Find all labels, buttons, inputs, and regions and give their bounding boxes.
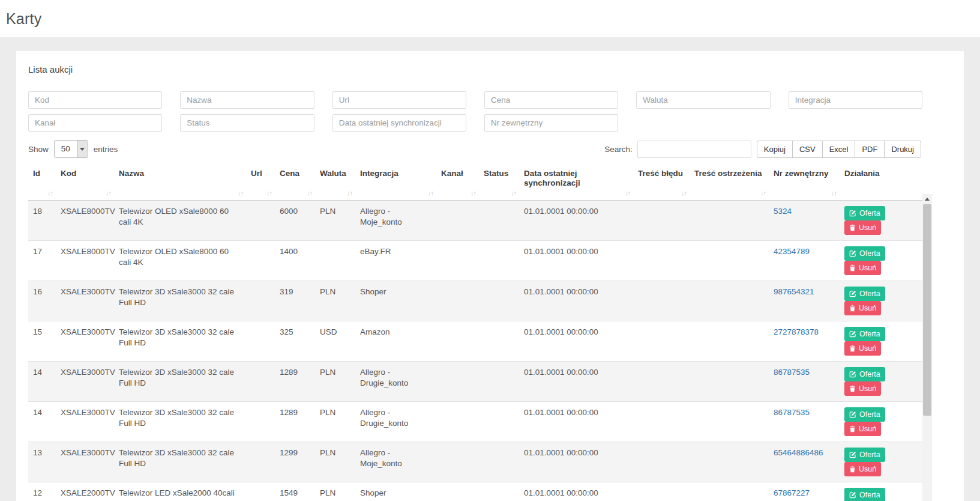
cell-tresc_ostrzezenia bbox=[690, 362, 769, 402]
column-header-waluta[interactable]: Waluta↓↑ bbox=[315, 163, 355, 201]
edit-icon bbox=[849, 411, 856, 418]
column-header-status[interactable]: Status↓↑ bbox=[479, 163, 519, 201]
external-number-link[interactable]: 86787535 bbox=[774, 408, 810, 417]
cell-nazwa: Telewizor 3D xSale3000 32 cale Full HD bbox=[114, 362, 246, 402]
export-button-csv[interactable]: CSV bbox=[792, 141, 823, 158]
cell-kod: XSALE8000TV bbox=[56, 241, 114, 281]
trash-icon bbox=[849, 385, 856, 392]
filter-input-status[interactable] bbox=[180, 114, 314, 132]
cell-url bbox=[246, 201, 275, 241]
cell-nr_zewnetrzny: 42354789 bbox=[769, 241, 840, 281]
external-number-link[interactable]: 2727878378 bbox=[774, 327, 819, 336]
filter-input-cena[interactable] bbox=[484, 91, 618, 109]
column-header-nr_zewnetrzny[interactable]: Nr zewnętrzny↓↑ bbox=[769, 163, 840, 201]
cell-nr_zewnetrzny: 5324 bbox=[769, 201, 840, 241]
cell-tresc_ostrzezenia bbox=[690, 402, 769, 442]
cell-id: 18 bbox=[28, 201, 56, 241]
filter-input-url[interactable] bbox=[332, 91, 466, 109]
column-header-url[interactable]: Url↓↑ bbox=[246, 163, 275, 201]
external-number-link[interactable]: 67867227 bbox=[774, 488, 810, 497]
chevron-down-icon bbox=[77, 141, 88, 157]
column-header-kanal[interactable]: Kanał↓↑ bbox=[436, 163, 479, 201]
edit-icon bbox=[849, 451, 856, 458]
cell-dzialania: OfertaUsuń bbox=[840, 442, 928, 482]
cell-tresc_ostrzezenia bbox=[690, 482, 769, 501]
cell-nazwa: Telewizor 3D xSale3000 32 cale Full HD bbox=[114, 281, 246, 321]
delete-button[interactable]: Usuń bbox=[844, 301, 881, 315]
delete-button[interactable]: Usuń bbox=[844, 220, 881, 235]
column-label: Nr zewnętrzny bbox=[774, 169, 829, 178]
external-number-link[interactable]: 65464886486 bbox=[774, 448, 823, 457]
cell-tresc_ostrzezenia bbox=[690, 442, 769, 482]
sort-icon: ↓↑ bbox=[307, 188, 312, 198]
filter-input-nazwa[interactable] bbox=[180, 91, 314, 109]
offer-button[interactable]: Oferta bbox=[844, 287, 885, 301]
column-label: Id bbox=[33, 169, 40, 178]
column-label: Status bbox=[484, 169, 508, 178]
delete-button-label: Usuń bbox=[859, 264, 876, 272]
column-header-id[interactable]: Id↓↑ bbox=[28, 163, 56, 201]
offer-button[interactable]: Oferta bbox=[844, 206, 885, 220]
filter-input-nr-zewnętrzny[interactable] bbox=[484, 114, 618, 132]
delete-button[interactable]: Usuń bbox=[844, 261, 881, 275]
column-header-data_sync[interactable]: Data ostatniej synchronizacji↓↑ bbox=[519, 163, 633, 201]
column-header-kod[interactable]: Kod↓↑ bbox=[56, 163, 114, 201]
search-input[interactable] bbox=[637, 141, 751, 158]
delete-button[interactable]: Usuń bbox=[844, 462, 881, 476]
delete-button-label: Usuń bbox=[859, 425, 876, 433]
offer-button[interactable]: Oferta bbox=[844, 367, 885, 381]
delete-button[interactable]: Usuń bbox=[844, 381, 881, 396]
offer-button[interactable]: Oferta bbox=[844, 246, 885, 261]
filter-input-waluta[interactable] bbox=[636, 91, 770, 109]
export-button-kopiuj[interactable]: Kopiuj bbox=[757, 141, 793, 158]
table-scrollbar[interactable] bbox=[922, 194, 932, 501]
column-label: Kanał bbox=[441, 169, 463, 178]
auction-panel: Lista aukcji Show 50 entries Search: Kop… bbox=[16, 51, 964, 501]
search-label: Search: bbox=[604, 145, 633, 154]
column-header-nazwa[interactable]: Nazwa↓↑ bbox=[114, 163, 246, 201]
edit-icon bbox=[849, 250, 856, 257]
external-number-link[interactable]: 86787535 bbox=[774, 368, 810, 377]
column-header-integracja[interactable]: Integracja↓↑ bbox=[355, 163, 436, 201]
offer-button-label: Oferta bbox=[859, 410, 880, 419]
delete-button[interactable]: Usuń bbox=[844, 422, 881, 436]
cell-integracja: Shoper bbox=[355, 281, 436, 321]
filter-input-kanał[interactable] bbox=[28, 114, 162, 132]
offer-button[interactable]: Oferta bbox=[844, 488, 885, 501]
cell-nr_zewnetrzny: 2727878378 bbox=[769, 321, 840, 362]
page-length-select[interactable]: 50 bbox=[54, 140, 88, 158]
export-button-drukuj[interactable]: Drukuj bbox=[884, 141, 921, 158]
cell-id: 16 bbox=[28, 281, 56, 321]
cell-integracja: Shoper bbox=[355, 482, 436, 501]
scroll-up-icon[interactable] bbox=[922, 194, 932, 204]
sort-icon: ↓↑ bbox=[428, 188, 433, 198]
cell-nazwa: Telewizor OLED xSale8000 60 cali 4K bbox=[114, 241, 246, 281]
offer-button[interactable]: Oferta bbox=[844, 407, 885, 422]
filter-input-kod[interactable] bbox=[28, 91, 162, 109]
column-header-tresc_ostrzezenia[interactable]: Treść ostrzeżenia↓↑ bbox=[690, 163, 769, 201]
cell-dzialania: OfertaUsuń bbox=[840, 402, 928, 442]
export-button-excel[interactable]: Excel bbox=[822, 141, 856, 158]
sort-icon: ↓↑ bbox=[625, 188, 630, 198]
cell-url bbox=[246, 362, 275, 402]
delete-button[interactable]: Usuń bbox=[844, 341, 881, 356]
filter-input-integracja[interactable] bbox=[789, 91, 922, 109]
cell-cena: 1549 bbox=[275, 482, 315, 501]
scrollbar-thumb[interactable] bbox=[923, 204, 931, 416]
trash-icon bbox=[849, 466, 856, 473]
export-button-pdf[interactable]: PDF bbox=[855, 141, 885, 158]
cell-waluta: PLN bbox=[315, 201, 355, 241]
external-number-link[interactable]: 42354789 bbox=[774, 247, 810, 256]
edit-icon bbox=[849, 371, 856, 378]
offer-button[interactable]: Oferta bbox=[844, 327, 885, 341]
external-number-link[interactable]: 987654321 bbox=[774, 287, 814, 296]
external-number-link[interactable]: 5324 bbox=[774, 207, 792, 216]
offer-button-label: Oferta bbox=[859, 290, 880, 298]
offer-button[interactable]: Oferta bbox=[844, 448, 885, 462]
cell-tresc_ostrzezenia bbox=[690, 241, 769, 281]
cell-kod: XSALE3000TV bbox=[56, 362, 114, 402]
column-header-tresc_bledu[interactable]: Treść błędu↓↑ bbox=[633, 163, 690, 201]
filter-input-data-ostatniej-synchronizacji[interactable] bbox=[332, 114, 466, 132]
column-header-cena[interactable]: Cena↓↑ bbox=[275, 163, 315, 201]
cell-data_sync: 01.01.0001 00:00:00 bbox=[519, 201, 633, 241]
